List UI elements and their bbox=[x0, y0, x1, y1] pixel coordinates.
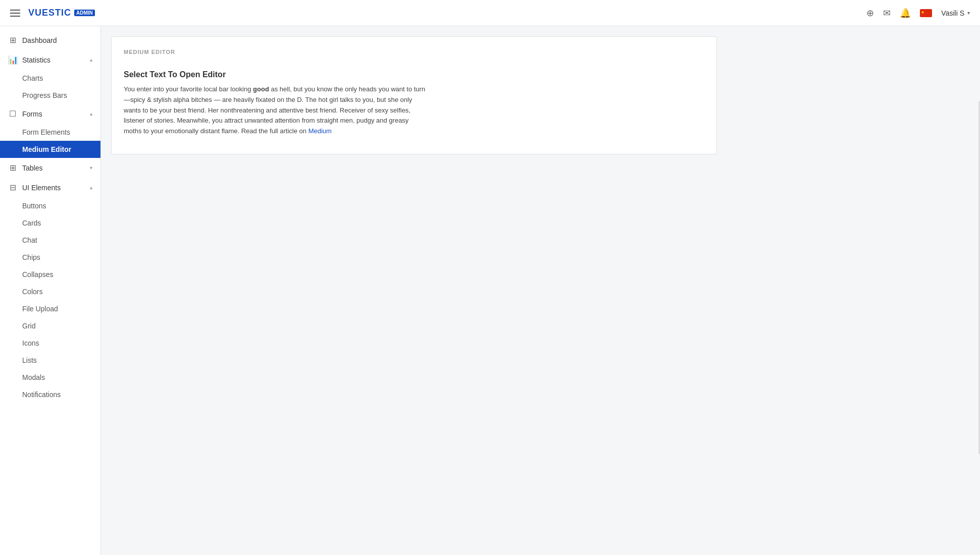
sidebar-item-file-upload[interactable]: File Upload bbox=[0, 300, 100, 317]
sidebar-item-chat[interactable]: Chat bbox=[0, 232, 100, 249]
sidebar-item-chips[interactable]: Chips bbox=[0, 249, 100, 266]
medium-link[interactable]: Medium bbox=[308, 127, 332, 135]
sidebar-item-dashboard[interactable]: ⊞ Dashboard bbox=[0, 30, 100, 50]
sidebar-item-label: Statistics bbox=[22, 56, 85, 64]
flag-icon[interactable] bbox=[920, 9, 932, 17]
sidebar-item-forms[interactable]: ☐ Forms ▴ bbox=[0, 104, 100, 124]
topnav-left: VUESTIC ADMIN bbox=[10, 8, 95, 18]
lists-label: Lists bbox=[22, 356, 37, 364]
page-card: MEDIUM EDITOR Select Text To Open Editor… bbox=[111, 36, 717, 154]
cards-label: Cards bbox=[22, 219, 41, 227]
sidebar-item-icons[interactable]: Icons bbox=[0, 335, 100, 352]
form-elements-label: Form Elements bbox=[22, 128, 70, 136]
statistics-icon: 📊 bbox=[8, 55, 17, 65]
editor-bold-good: good bbox=[253, 85, 269, 93]
tables-icon: ⊞ bbox=[8, 163, 17, 173]
chat-label: Chat bbox=[22, 236, 37, 244]
sidebar-item-label: Dashboard bbox=[22, 36, 92, 44]
sidebar-item-statistics[interactable]: 📊 Statistics ▴ bbox=[0, 50, 100, 70]
file-upload-label: File Upload bbox=[22, 305, 58, 313]
chevron-up-icon: ▴ bbox=[90, 57, 92, 63]
logo: VUESTIC ADMIN bbox=[28, 8, 95, 18]
sidebar-item-label: Forms bbox=[22, 110, 85, 118]
grid-label: Grid bbox=[22, 322, 35, 330]
sidebar: ⊞ Dashboard 📊 Statistics ▴ Charts Progre… bbox=[0, 26, 101, 555]
buttons-label: Buttons bbox=[22, 202, 46, 210]
collapses-label: Collapses bbox=[22, 270, 53, 279]
sidebar-item-modals[interactable]: Modals bbox=[0, 369, 100, 386]
sidebar-item-cards[interactable]: Cards bbox=[0, 214, 100, 232]
mail-icon[interactable]: ✉ bbox=[883, 8, 891, 19]
chevron-down-icon: ▾ bbox=[90, 165, 92, 171]
user-menu[interactable]: Vasili S ▾ bbox=[941, 9, 970, 17]
chevron-up-icon: ▴ bbox=[90, 111, 92, 117]
user-chevron-icon: ▾ bbox=[967, 10, 970, 16]
topnav: VUESTIC ADMIN ⊕ ✉ 🔔 Vasili S ▾ bbox=[0, 0, 980, 26]
colors-label: Colors bbox=[22, 288, 42, 296]
sidebar-item-label: UI Elements bbox=[22, 184, 85, 192]
sidebar-item-progress-bars[interactable]: Progress Bars bbox=[0, 87, 100, 104]
forms-icon: ☐ bbox=[8, 109, 17, 119]
dashboard-icon: ⊞ bbox=[8, 35, 17, 45]
sidebar-item-ui-elements[interactable]: ⊟ UI Elements ▴ bbox=[0, 178, 100, 197]
editor-heading: Select Text To Open Editor bbox=[124, 70, 704, 79]
chips-label: Chips bbox=[22, 253, 40, 261]
layout: ⊞ Dashboard 📊 Statistics ▴ Charts Progre… bbox=[0, 26, 980, 555]
main-content: MEDIUM EDITOR Select Text To Open Editor… bbox=[101, 26, 980, 555]
sidebar-item-form-elements[interactable]: Form Elements bbox=[0, 124, 100, 141]
hamburger-icon[interactable] bbox=[10, 10, 20, 17]
icons-label: Icons bbox=[22, 339, 39, 347]
bell-icon[interactable]: 🔔 bbox=[900, 8, 911, 19]
sidebar-item-notifications[interactable]: Notifications bbox=[0, 386, 100, 403]
sidebar-item-colors[interactable]: Colors bbox=[0, 283, 100, 300]
chevron-up-icon: ▴ bbox=[90, 185, 92, 190]
section-title: MEDIUM EDITOR bbox=[124, 49, 704, 55]
user-name: Vasili S bbox=[941, 9, 964, 17]
editor-text-1: You enter into your favorite local bar l… bbox=[124, 85, 253, 93]
sidebar-item-medium-editor[interactable]: Medium Editor bbox=[0, 141, 100, 158]
topnav-right: ⊕ ✉ 🔔 Vasili S ▾ bbox=[866, 8, 970, 19]
charts-label: Charts bbox=[22, 74, 43, 82]
globe-icon[interactable]: ⊕ bbox=[866, 8, 874, 19]
editor-body: You enter into your favorite local bar l… bbox=[124, 84, 427, 137]
logo-admin: ADMIN bbox=[74, 10, 95, 16]
ui-elements-icon: ⊟ bbox=[8, 183, 17, 192]
sidebar-item-tables[interactable]: ⊞ Tables ▾ bbox=[0, 158, 100, 178]
sidebar-item-lists[interactable]: Lists bbox=[0, 352, 100, 369]
modals-label: Modals bbox=[22, 373, 45, 381]
sidebar-item-buttons[interactable]: Buttons bbox=[0, 197, 100, 214]
sidebar-item-grid[interactable]: Grid bbox=[0, 317, 100, 335]
medium-editor-label: Medium Editor bbox=[22, 145, 71, 153]
logo-text: VUESTIC bbox=[28, 8, 71, 18]
notifications-label: Notifications bbox=[22, 391, 61, 399]
editor-area: Select Text To Open Editor You enter int… bbox=[124, 65, 704, 142]
sidebar-item-collapses[interactable]: Collapses bbox=[0, 266, 100, 283]
progress-bars-label: Progress Bars bbox=[22, 91, 67, 99]
sidebar-item-charts[interactable]: Charts bbox=[0, 70, 100, 87]
sidebar-item-label: Tables bbox=[22, 164, 85, 172]
